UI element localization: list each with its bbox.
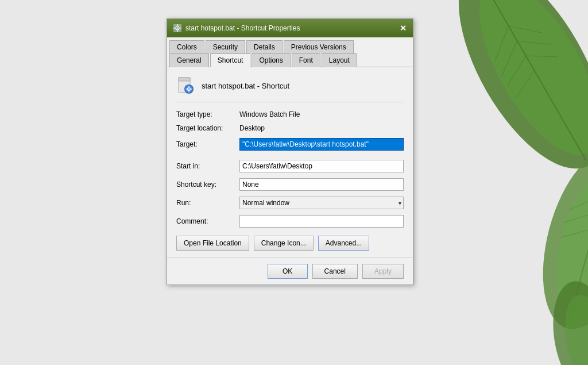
- svg-line-9: [526, 42, 559, 71]
- dialog-title: start hotspot.bat - Shortcut Properties: [185, 24, 300, 32]
- target-type-label: Target type:: [176, 110, 239, 118]
- tabs-row-2: General Shortcut Options Font Layout: [167, 53, 413, 67]
- close-button[interactable]: ✕: [398, 23, 408, 33]
- run-select[interactable]: Normal windowMinimizedMaximized: [239, 197, 404, 209]
- file-header: start hotspot.bat - Shortcut: [176, 76, 404, 102]
- change-icon-button[interactable]: Change Icon...: [254, 236, 314, 251]
- shortcut-key-row: Shortcut key:: [176, 178, 404, 191]
- target-label: Target:: [176, 140, 239, 148]
- svg-point-10: [525, 140, 588, 340]
- tabs-row-1: Colors Security Details Previous Version…: [167, 37, 413, 53]
- app-icon: [173, 24, 182, 33]
- tab-general[interactable]: General: [169, 53, 209, 67]
- tab-details[interactable]: Details: [246, 40, 283, 53]
- target-location-row: Target location: Desktop: [176, 124, 404, 132]
- action-buttons-row: Open File Location Change Icon... Advanc…: [176, 236, 404, 251]
- run-row: Run: Normal windowMinimizedMaximized ▾: [176, 197, 404, 209]
- run-select-wrapper: Normal windowMinimizedMaximized ▾: [239, 197, 404, 209]
- target-type-row: Target type: Windows Batch File: [176, 110, 404, 118]
- svg-point-22: [177, 28, 178, 29]
- start-in-label: Start in:: [176, 162, 239, 170]
- target-input[interactable]: [239, 138, 404, 151]
- target-row: Target:: [176, 138, 404, 151]
- tab-layout[interactable]: Layout: [322, 53, 357, 67]
- svg-point-32: [188, 89, 189, 90]
- svg-point-18: [545, 276, 588, 365]
- target-location-value: Desktop: [239, 124, 265, 132]
- shortcut-key-label: Shortcut key:: [176, 180, 239, 189]
- target-location-label: Target location:: [176, 124, 239, 132]
- advanced-button[interactable]: Advanced...: [318, 236, 369, 251]
- svg-rect-28: [179, 78, 190, 81]
- svg-line-13: [569, 188, 588, 218]
- comment-input[interactable]: [239, 215, 404, 228]
- svg-line-5: [498, 56, 535, 86]
- start-in-input[interactable]: [239, 160, 404, 172]
- svg-line-14: [563, 203, 588, 231]
- dialog-footer: OK Cancel Apply: [167, 258, 413, 285]
- cancel-button[interactable]: Cancel: [312, 264, 358, 279]
- open-file-location-button[interactable]: Open File Location: [176, 236, 249, 251]
- shortcut-key-input[interactable]: [239, 178, 404, 191]
- target-type-value: Windows Batch File: [239, 110, 300, 118]
- apply-button[interactable]: Apply: [362, 264, 404, 279]
- comment-row: Comment:: [176, 215, 404, 228]
- titlebar: start hotspot.bat - Shortcut Properties …: [167, 19, 413, 37]
- start-in-row: Start in:: [176, 160, 404, 172]
- svg-point-0: [430, 0, 588, 191]
- run-label: Run:: [176, 199, 239, 207]
- svg-line-3: [483, 26, 520, 60]
- svg-line-2: [477, 0, 586, 160]
- titlebar-left: start hotspot.bat - Shortcut Properties: [173, 24, 300, 33]
- svg-point-1: [456, 0, 588, 172]
- content-area: start hotspot.bat - Shortcut Target type…: [167, 67, 413, 258]
- svg-line-15: [560, 221, 588, 245]
- tab-options[interactable]: Options: [252, 53, 290, 67]
- file-name-label: start hotspot.bat - Shortcut: [202, 82, 289, 90]
- svg-line-7: [509, 13, 543, 46]
- svg-line-4: [490, 41, 529, 76]
- tab-shortcut[interactable]: Shortcut: [210, 53, 251, 67]
- ok-button[interactable]: OK: [268, 264, 308, 279]
- svg-point-19: [559, 291, 588, 365]
- tab-previous-versions[interactable]: Previous Versions: [284, 40, 354, 53]
- file-type-icon: [176, 76, 195, 95]
- shortcut-properties-dialog: start hotspot.bat - Shortcut Properties …: [167, 18, 413, 285]
- comment-label: Comment:: [176, 217, 239, 225]
- tab-security[interactable]: Security: [206, 40, 245, 53]
- tab-colors[interactable]: Colors: [169, 40, 204, 53]
- svg-line-6: [509, 71, 542, 98]
- tabs-container: Colors Security Details Previous Version…: [167, 37, 413, 67]
- background-leaves: [416, 0, 588, 365]
- tab-font[interactable]: Font: [292, 53, 320, 67]
- svg-line-12: [568, 156, 588, 323]
- svg-line-8: [517, 27, 551, 58]
- svg-point-11: [543, 163, 588, 324]
